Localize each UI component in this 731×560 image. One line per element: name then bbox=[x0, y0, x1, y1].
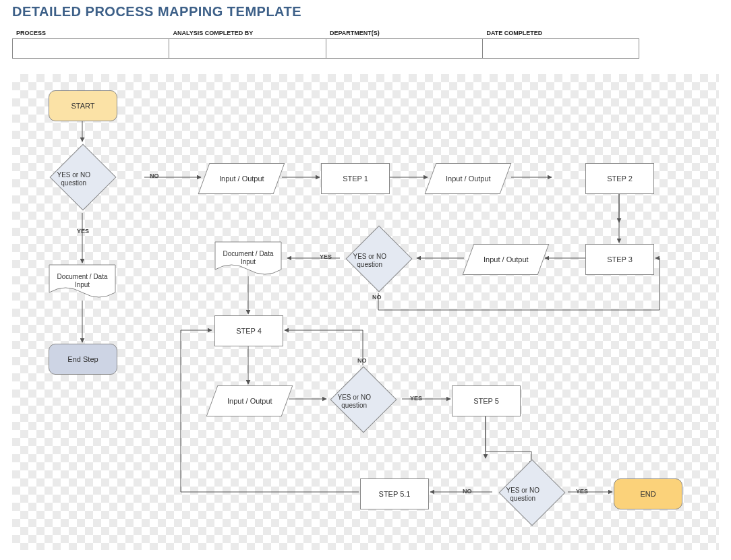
label-yes-4: YES bbox=[576, 488, 588, 495]
label-no-2: NO bbox=[372, 294, 382, 301]
label-yes-1: YES bbox=[77, 228, 89, 235]
io-4: Input / Output bbox=[206, 385, 293, 416]
col-analysis: ANALYSIS COMPLETED BY bbox=[169, 27, 326, 38]
col-process: PROCESS bbox=[12, 27, 169, 38]
document-1: Document / Data Input bbox=[49, 264, 116, 298]
io-1: Input / Output bbox=[198, 163, 285, 194]
header-labels: PROCESS ANALYSIS COMPLETED BY DEPARTMENT… bbox=[12, 27, 639, 38]
cell-process[interactable] bbox=[13, 39, 169, 58]
cell-date[interactable] bbox=[483, 39, 639, 58]
col-department: DEPARTMENT(S) bbox=[326, 27, 483, 38]
end-node: END bbox=[614, 478, 682, 509]
step-2: STEP 2 bbox=[585, 163, 654, 194]
label-no-3: NO bbox=[357, 357, 367, 364]
start-node: START bbox=[49, 90, 117, 121]
step-5-1: STEP 5.1 bbox=[360, 478, 429, 509]
label-no-1: NO bbox=[150, 173, 159, 179]
io-2: Input / Output bbox=[425, 163, 512, 194]
step-3: STEP 3 bbox=[585, 244, 654, 275]
step-4: STEP 4 bbox=[214, 315, 283, 346]
document-2: Document / Data Input bbox=[214, 241, 282, 275]
end-step: End Step bbox=[49, 344, 117, 375]
label-yes-3: YES bbox=[410, 395, 422, 402]
cell-department[interactable] bbox=[326, 39, 483, 58]
header-table: PROCESS ANALYSIS COMPLETED BY DEPARTMENT… bbox=[12, 27, 639, 59]
label-yes-2: YES bbox=[320, 253, 332, 260]
label-no-4: NO bbox=[463, 488, 472, 495]
step-1: STEP 1 bbox=[321, 163, 390, 194]
col-date: DATE COMPLETED bbox=[483, 27, 640, 38]
header-cells bbox=[12, 38, 639, 59]
io-3: Input / Output bbox=[463, 244, 550, 275]
cell-analysis[interactable] bbox=[169, 39, 326, 58]
page-title: DETAILED PROCESS MAPPING TEMPLATE bbox=[12, 4, 301, 20]
step-5: STEP 5 bbox=[452, 385, 521, 416]
flowchart-canvas: START YES or NO question Input / Output … bbox=[12, 74, 719, 550]
page: DETAILED PROCESS MAPPING TEMPLATE PROCES… bbox=[0, 0, 731, 560]
